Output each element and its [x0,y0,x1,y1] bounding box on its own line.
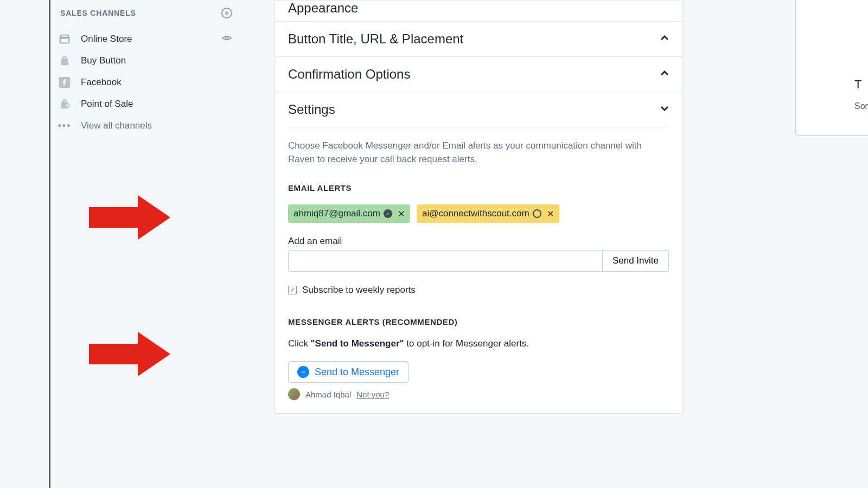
user-name: Ahmad Iqbal [305,390,351,399]
section-appearance[interactable]: Appearance [275,1,682,22]
email-alerts-heading: EMAIL ALERTS [288,183,669,192]
store-icon [58,33,71,46]
messenger-instr-pre: Click [288,338,311,349]
sidebar-item-online-store[interactable]: Online Store [58,28,242,50]
section-button-title[interactable]: Button Title, URL & Placement [275,22,682,57]
add-email-label: Add an email [288,236,669,247]
settings-description: Choose Facebook Messenger and/or Email a… [288,139,669,166]
sidebar-item-label: View all channels [81,120,152,131]
avatar [288,388,300,400]
send-invite-button[interactable]: Send Invite [603,250,669,272]
email-chip-pending: ai@connectwithscout.com ✕ [417,204,559,223]
settings-body: Choose Facebook Messenger and/or Email a… [275,127,682,413]
svg-point-1 [226,36,228,39]
sidebar-header: SALES CHANNELS + [58,5,242,28]
sidebar-item-buy-button[interactable]: Buy Button [58,50,242,72]
verified-icon: ✓ [384,209,392,218]
right-panel-line2: Som [854,101,868,111]
remove-email-icon[interactable]: ✕ [547,209,554,219]
subscribe-label: Subscribe to weekly reports [302,285,416,296]
sidebar-item-pos[interactable]: Point of Sale [58,93,242,115]
sidebar-header-title: SALES CHANNELS [60,9,136,17]
remove-email-icon[interactable]: ✕ [398,209,405,219]
email-chip-verified: ahmiq87@gmail.com ✓ ✕ [288,204,410,223]
sidebar-item-view-all[interactable]: ••• View all channels [58,115,242,137]
chevron-up-icon [660,69,669,79]
sidebar-item-label: Buy Button [81,55,126,66]
subscribe-row[interactable]: ✓ Subscribe to weekly reports [288,285,669,296]
sidebar-item-label: Facebook [81,77,122,88]
messenger-alerts-heading: MESSENGER ALERTS (RECOMMENDED) [288,317,669,326]
add-email-row: Send Invite [288,250,669,272]
messenger-instruction: Click "Send to Messenger" to opt-in for … [288,338,669,349]
messenger-instr-bold: "Send to Messenger" [311,338,404,349]
divider [288,127,669,127]
settings-card: Appearance Button Title, URL & Placement… [275,0,682,414]
eye-icon[interactable] [221,33,232,46]
sidebar: SALES CHANNELS + Online Store [49,0,242,488]
right-panel-line1: T [854,78,868,92]
section-title: Confirmation Options [288,67,410,82]
bag-icon [58,54,71,67]
send-to-messenger-button[interactable]: Send to Messenger [288,361,409,383]
email-chip-address: ai@connectwithscout.com [422,208,529,219]
pos-icon [58,98,71,111]
chevron-up-icon [660,34,669,44]
email-chip-address: ahmiq87@gmail.com [293,208,380,219]
svg-rect-3 [66,104,69,107]
pending-icon [533,209,541,218]
messenger-user-row: Ahmad Iqbal Not you? [288,388,669,400]
messenger-instr-post: to opt-in for Messenger alerts. [404,338,529,349]
email-chips: ahmiq87@gmail.com ✓ ✕ ai@connectwithscou… [288,204,669,223]
right-side-panel: T Som [795,0,868,136]
sidebar-item-facebook[interactable]: Facebook [58,72,242,93]
sidebar-item-label: Point of Sale [81,99,133,110]
section-title: Appearance [288,1,358,16]
section-confirmation[interactable]: Confirmation Options [275,57,682,92]
section-settings[interactable]: Settings [275,92,682,127]
sidebar-item-label: Online Store [81,34,132,44]
chevron-down-icon [660,105,669,114]
messenger-icon [297,366,309,378]
subscribe-checkbox[interactable]: ✓ [288,286,297,294]
ellipsis-icon: ••• [58,119,71,132]
section-title: Settings [288,102,335,117]
email-input[interactable] [288,250,603,272]
section-title: Button Title, URL & Placement [288,31,463,47]
not-you-link[interactable]: Not you? [356,390,389,399]
facebook-icon [58,76,71,89]
messenger-button-label: Send to Messenger [315,367,399,378]
add-channel-icon[interactable]: + [221,8,232,18]
main-content: Appearance Button Title, URL & Placement… [242,0,868,488]
